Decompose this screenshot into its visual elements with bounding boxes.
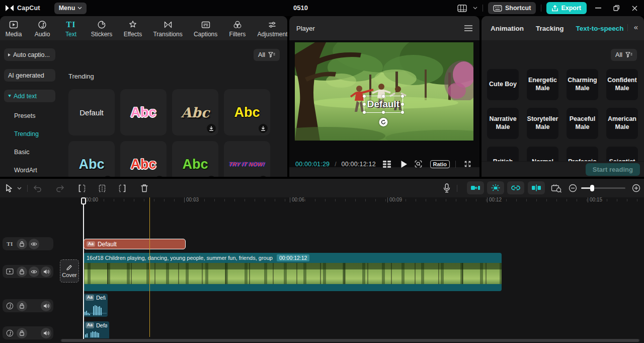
export-button[interactable]: Export: [546, 2, 587, 14]
zoom-in-icon[interactable]: [630, 182, 642, 194]
segments-icon[interactable]: [381, 158, 393, 170]
ratio-button[interactable]: Ratio: [430, 160, 450, 168]
scrollbar-thumb[interactable]: [61, 339, 639, 342]
speaker-icon[interactable]: [41, 328, 51, 338]
speaker-icon[interactable]: [41, 301, 51, 311]
lock-icon[interactable]: [17, 239, 27, 249]
sidebar-item-presets[interactable]: Presets: [14, 110, 55, 121]
voices-filter-button[interactable]: All: [611, 49, 637, 61]
sidebar-item-trending[interactable]: Trending: [14, 128, 55, 140]
template-tile[interactable]: Abc: [172, 141, 218, 177]
render-preview-icon[interactable]: [550, 182, 562, 194]
tts-audio-clip[interactable]: Aa Defa: [84, 294, 108, 317]
download-icon[interactable]: [259, 176, 268, 177]
playhead-handle[interactable]: [81, 197, 86, 204]
selection-handle[interactable]: [401, 111, 404, 114]
zoom-out-icon[interactable]: [567, 182, 579, 194]
restore-button[interactable]: [610, 2, 623, 15]
voice-tile[interactable]: Energetic Male: [527, 69, 558, 100]
text-overlay-selection[interactable]: Default: [364, 96, 403, 113]
shortcut-button[interactable]: Shortcut: [488, 2, 536, 14]
template-tile[interactable]: Abc: [224, 89, 270, 135]
timeline-ruler[interactable]: 00:00 00:03 00:06 00:09 00:12 00:15: [59, 197, 644, 208]
menu-button[interactable]: Menu: [54, 3, 87, 14]
lock-icon[interactable]: [17, 328, 27, 338]
rotate-handle-icon[interactable]: [379, 118, 388, 126]
redo-button[interactable]: [54, 182, 66, 194]
split-both-icon[interactable]: [96, 182, 108, 194]
delete-button[interactable]: [138, 182, 150, 194]
split-left-icon[interactable]: [76, 182, 88, 194]
playhead-line[interactable]: [83, 197, 84, 339]
layout-panels-button[interactable]: [456, 2, 468, 14]
video-frame[interactable]: Default: [295, 42, 473, 141]
template-tile[interactable]: Abc: [120, 141, 167, 177]
voice-tile[interactable]: Charming Male: [567, 69, 598, 100]
close-button[interactable]: [628, 2, 641, 15]
tab-text[interactable]: TI Text: [62, 19, 79, 38]
text-clip-default[interactable]: Aa Default: [84, 239, 186, 249]
templates-filter-button[interactable]: All: [254, 49, 280, 61]
record-voiceover-icon[interactable]: [441, 182, 453, 194]
tab-text-to-speech[interactable]: Text-to-speech: [576, 25, 624, 32]
template-tile[interactable]: Abc: [120, 89, 167, 135]
voice-tile[interactable]: Cute Boy: [487, 69, 519, 100]
video-clip[interactable]: 16of18 Children playing, dancing, young …: [84, 253, 502, 291]
voice-tile[interactable]: Confident Male: [606, 69, 638, 100]
magnetic-snap-toggle[interactable]: [467, 181, 484, 194]
voice-tile[interactable]: Narrative Male: [487, 108, 519, 139]
lock-icon[interactable]: [17, 301, 27, 311]
tab-stickers[interactable]: Stickers: [91, 19, 112, 38]
timeline-horizontal-scrollbar[interactable]: [60, 339, 640, 342]
tab-adjustment[interactable]: Adjustment: [258, 19, 287, 38]
chevron-down-icon[interactable]: [473, 7, 477, 10]
template-tile[interactable]: TRY IT NOW!: [224, 141, 270, 177]
eye-icon[interactable]: [29, 239, 39, 249]
lock-icon[interactable]: [17, 266, 27, 277]
tab-effects[interactable]: Effects: [124, 19, 142, 38]
selection-handle[interactable]: [382, 111, 385, 114]
collapse-panel-icon[interactable]: «: [634, 23, 638, 31]
player-menu-icon[interactable]: [464, 25, 472, 31]
selection-handle[interactable]: [401, 95, 404, 98]
tab-filters[interactable]: Filters: [229, 19, 246, 38]
tab-animation[interactable]: Animation: [491, 25, 524, 32]
tab-tracking[interactable]: Tracking: [536, 25, 564, 32]
start-reading-button[interactable]: Start reading: [586, 163, 640, 176]
download-icon[interactable]: [155, 176, 164, 177]
play-button[interactable]: [398, 158, 410, 170]
timeline-zoom-slider[interactable]: [581, 187, 625, 189]
template-tile[interactable]: Abc: [68, 141, 115, 177]
selection-handle[interactable]: [363, 103, 366, 106]
sidebar-item-wordart[interactable]: WordArt: [14, 165, 55, 176]
slider-knob[interactable]: [590, 185, 594, 191]
tab-transitions[interactable]: Transitions: [153, 19, 182, 38]
cover-button[interactable]: Cover: [60, 259, 79, 283]
voice-tile[interactable]: Peaceful Male: [567, 108, 598, 139]
download-icon[interactable]: [207, 124, 216, 133]
selection-handle[interactable]: [363, 111, 366, 114]
selection-handle[interactable]: [363, 95, 366, 98]
minimize-button[interactable]: [592, 2, 605, 15]
selection-handle[interactable]: [382, 95, 385, 98]
tab-media[interactable]: Media: [5, 19, 22, 38]
sidebar-item-add-text[interactable]: Add text: [4, 90, 55, 102]
template-tile-default[interactable]: Default: [68, 89, 115, 135]
split-right-icon[interactable]: [116, 182, 128, 194]
sidebar-item-auto-captions[interactable]: Auto captio...: [4, 48, 55, 61]
select-cursor-tool[interactable]: [3, 182, 15, 194]
download-icon[interactable]: [207, 176, 216, 177]
tts-audio-clip[interactable]: Aa Defau: [84, 321, 109, 338]
speaker-icon[interactable]: [41, 266, 51, 277]
eye-icon[interactable]: [29, 266, 39, 277]
undo-button[interactable]: [32, 182, 44, 194]
sidebar-item-ai-generated[interactable]: AI generated: [4, 69, 55, 82]
main-track-magnet-toggle[interactable]: [487, 181, 504, 194]
fullscreen-icon[interactable]: [461, 158, 473, 170]
cursor-tool-chevron-icon[interactable]: [15, 182, 23, 194]
tab-audio[interactable]: Audio: [34, 19, 51, 38]
voice-tile[interactable]: American Male: [606, 108, 638, 139]
voice-tile[interactable]: Storyteller Male: [527, 108, 558, 139]
preview-axis-toggle[interactable]: [528, 181, 545, 194]
tab-captions[interactable]: Captions: [194, 19, 217, 38]
